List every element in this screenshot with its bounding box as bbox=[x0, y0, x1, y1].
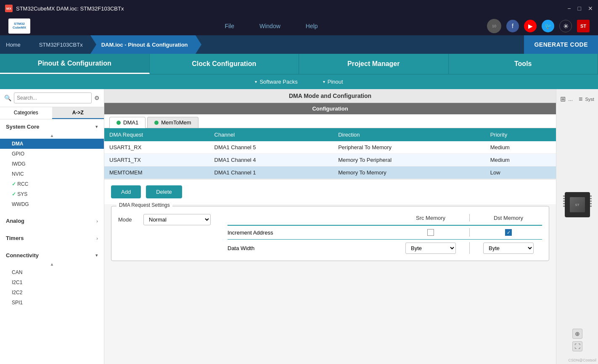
tab-az[interactable]: A->Z bbox=[52, 107, 104, 119]
chevron-connectivity-icon: ▾ bbox=[95, 253, 98, 258]
col-header-channel: Channel bbox=[209, 128, 333, 141]
section-analog[interactable]: Analog › bbox=[0, 214, 104, 227]
sidebar-item-dma[interactable]: DMA bbox=[0, 139, 104, 149]
breadcrumb-home[interactable]: Home bbox=[0, 35, 28, 54]
breadcrumb-config[interactable]: DAM.ioc - Pinout & Configuration bbox=[90, 35, 196, 54]
sidebar-item-can[interactable]: CAN bbox=[0, 267, 104, 277]
cell-priority: Medium bbox=[485, 141, 556, 154]
twitter-icon[interactable]: 🐦 bbox=[542, 20, 554, 32]
table-row[interactable]: USART1_RX DMA1 Channel 5 Peripheral To M… bbox=[104, 141, 556, 154]
section-title-system-core: System Core bbox=[6, 124, 39, 130]
delete-button[interactable]: Delete bbox=[146, 185, 182, 198]
generate-code-button[interactable]: GENERATE CODE bbox=[524, 35, 598, 54]
tab-pinout[interactable]: Pinout & Configuration bbox=[0, 54, 150, 74]
certification-icon[interactable]: 10 bbox=[487, 19, 501, 33]
youtube-icon[interactable]: ▶ bbox=[524, 20, 537, 32]
titlebar-title: STM32CubeMX DAM.ioc: STM32F103CBTx bbox=[16, 5, 567, 12]
minimize-button[interactable]: − bbox=[567, 5, 571, 12]
chevron-timers-icon: › bbox=[96, 236, 98, 241]
col-header-direction: Direction bbox=[333, 128, 485, 141]
mode-row: Mode Normal Circular bbox=[118, 214, 211, 225]
gear-icon[interactable]: ⚙ bbox=[94, 95, 100, 101]
menu-window[interactable]: Window bbox=[259, 23, 280, 29]
subtab-software-packs[interactable]: ▾ Software Packs bbox=[255, 79, 297, 85]
search-input[interactable] bbox=[14, 92, 92, 103]
mode-select[interactable]: Normal Circular bbox=[143, 214, 211, 225]
tab-clock[interactable]: Clock Configuration bbox=[150, 54, 299, 74]
sidebar-item-sys[interactable]: SYS bbox=[0, 189, 104, 199]
layout-icon[interactable]: ⊞ bbox=[560, 95, 566, 103]
src-data-width-select[interactable]: Byte Half Word Word bbox=[405, 243, 456, 254]
config-header: Configuration bbox=[104, 103, 556, 114]
menu-items: File Window Help bbox=[56, 23, 487, 29]
src-memory-label: Src Memory bbox=[416, 215, 445, 221]
dma-tab-dma1[interactable]: DMA1 bbox=[109, 117, 146, 128]
more-icon[interactable]: ... bbox=[568, 96, 573, 102]
table-row[interactable]: USART1_TX DMA1 Channel 4 Memory To Perip… bbox=[104, 154, 556, 166]
chevron-down-icon: ▾ bbox=[255, 79, 257, 84]
sidebar-item-spi1[interactable]: SPI1 bbox=[0, 298, 104, 308]
dst-data-width-select[interactable]: Byte Half Word Word bbox=[483, 243, 534, 254]
subtab-row: ▾ Software Packs ▾ Pinout bbox=[0, 74, 598, 89]
zoom-in-icon[interactable]: ⊕ bbox=[572, 329, 582, 339]
menu-help[interactable]: Help bbox=[306, 23, 318, 29]
cell-priority: Medium bbox=[485, 154, 556, 166]
list-icon[interactable]: ≡ bbox=[579, 95, 582, 103]
maximize-button[interactable]: □ bbox=[578, 5, 581, 12]
tab-project[interactable]: Project Manager bbox=[299, 54, 449, 74]
breadcrumb-arrow3 bbox=[196, 35, 201, 54]
fullscreen-icon[interactable]: ⛶ bbox=[572, 341, 582, 351]
network-icon[interactable]: ✳ bbox=[559, 20, 572, 32]
stm32cubemx-logo: STM32 CubeMX bbox=[8, 18, 30, 34]
tab-tools[interactable]: Tools bbox=[449, 54, 598, 74]
sidebar-item-gpio[interactable]: GPIO bbox=[0, 149, 104, 159]
subtab-pinout[interactable]: ▾ Pinout bbox=[323, 79, 343, 85]
add-button[interactable]: Add bbox=[111, 185, 141, 198]
main-tabs: Pinout & Configuration Clock Configurati… bbox=[0, 54, 598, 74]
section-timers[interactable]: Timers › bbox=[0, 231, 104, 244]
dst-memory-label: Dst Memory bbox=[494, 215, 523, 221]
dma-tab-memtomem[interactable]: MemToMem bbox=[147, 117, 198, 128]
dma-tabs: DMA1 MemToMem bbox=[104, 114, 556, 128]
close-button[interactable]: ✕ bbox=[588, 5, 593, 12]
collapse-arrow-system-core[interactable]: ▲ bbox=[0, 132, 104, 139]
main-layout: 🔍 ⚙ Categories A->Z System Core ▾ ▲ DMA … bbox=[0, 89, 598, 364]
menubar: STM32 CubeMX File Window Help 10 f ▶ 🐦 ✳… bbox=[0, 17, 598, 35]
increment-address-label: Increment Address bbox=[228, 229, 397, 236]
sidebar-item-i2c1[interactable]: I2C1 bbox=[0, 277, 104, 288]
facebook-icon[interactable]: f bbox=[506, 20, 519, 32]
chevron-analog-icon: › bbox=[96, 219, 98, 224]
content-area: DMA Mode and Configuration Configuration… bbox=[104, 89, 556, 364]
action-buttons: Add Delete bbox=[104, 179, 556, 204]
section-connectivity[interactable]: Connectivity ▾ bbox=[0, 248, 104, 261]
section-system-core[interactable]: System Core ▾ bbox=[0, 119, 104, 132]
dma-table: DMA Request Channel Direction Priority U… bbox=[104, 128, 556, 179]
panel-title: DMA Mode and Configuration bbox=[104, 89, 556, 103]
st-brand-icon[interactable]: ST bbox=[577, 20, 590, 32]
watermark: CSDN@Costsoil bbox=[568, 358, 596, 362]
sidebar-item-iwdg[interactable]: IWDG bbox=[0, 159, 104, 169]
social-icons: 10 f ▶ 🐦 ✳ ST bbox=[487, 19, 590, 33]
cell-request: USART1_RX bbox=[104, 141, 209, 154]
breadcrumb-chip[interactable]: STM32F103CBTx bbox=[28, 35, 90, 54]
src-increment-checkbox[interactable] bbox=[427, 229, 434, 236]
data-width-label: Data Width bbox=[228, 245, 397, 251]
chevron-system-core-icon: ▾ bbox=[95, 124, 98, 129]
dma1-status-dot bbox=[116, 121, 121, 125]
mode-label: Mode bbox=[118, 216, 143, 223]
cell-channel: DMA1 Channel 1 bbox=[209, 166, 333, 179]
col-header-request: DMA Request bbox=[104, 128, 209, 141]
sidebar-item-rcc[interactable]: RCC bbox=[0, 179, 104, 189]
tab-categories[interactable]: Categories bbox=[0, 107, 52, 119]
section-title-analog: Analog bbox=[6, 218, 24, 224]
table-row[interactable]: MEMTOMEM DMA1 Channel 1 Memory To Memory… bbox=[104, 166, 556, 179]
menu-file[interactable]: File bbox=[225, 23, 234, 29]
breadcrumb: Home STM32F103CBTx DAM.ioc - Pinout & Co… bbox=[0, 35, 598, 54]
sidebar-item-wwdg[interactable]: WWDG bbox=[0, 199, 104, 209]
sidebar-item-i2c2[interactable]: I2C2 bbox=[0, 288, 104, 298]
memtomem-status-dot bbox=[154, 121, 159, 125]
collapse-arrow-connectivity[interactable]: ▲ bbox=[0, 261, 104, 267]
sidebar-item-nvic[interactable]: NVIC bbox=[0, 169, 104, 179]
chip-inner: ST bbox=[570, 197, 585, 212]
dst-increment-checkbox[interactable]: ✓ bbox=[505, 229, 512, 236]
